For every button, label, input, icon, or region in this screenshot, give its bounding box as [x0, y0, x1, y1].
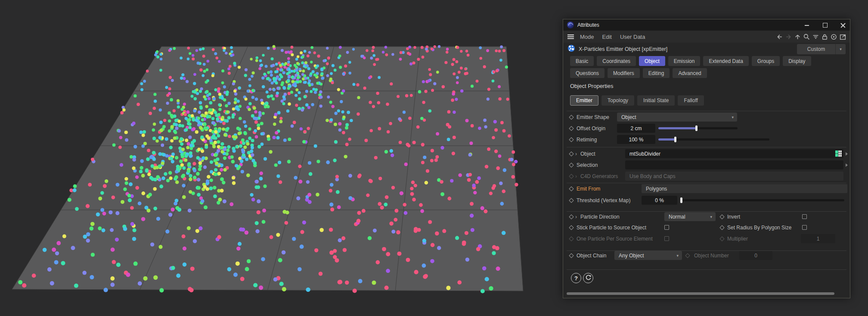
offset-origin-value: 2 cm [630, 125, 642, 131]
threshold-slider[interactable] [681, 196, 844, 205]
keyframe-diamond-icon[interactable] [569, 198, 574, 203]
retiming-label: Retiming [577, 135, 597, 144]
section-title: Object Properties [570, 83, 613, 89]
object-label: Object [580, 149, 595, 159]
subtab-emitter[interactable]: Emitter [570, 95, 598, 106]
window-titlebar[interactable]: Attributes [563, 19, 850, 31]
reset-button[interactable] [583, 273, 593, 283]
subtab-topology[interactable]: Topology [601, 95, 634, 106]
c4d-generators-field: Use Body and Caps [625, 172, 843, 181]
stick-particle-checkbox[interactable] [664, 225, 669, 230]
keyframe-diamond-icon[interactable] [569, 137, 574, 142]
target-icon[interactable] [830, 33, 837, 41]
keyframe-diamond-icon[interactable] [719, 214, 724, 219]
keyframe-diamond-icon[interactable] [569, 186, 574, 191]
set-radius-checkbox[interactable] [802, 225, 807, 230]
row-emit-from: Emit From Polygons [563, 184, 850, 194]
offset-origin-slider[interactable] [658, 124, 738, 133]
forward-arrow-icon[interactable] [785, 33, 792, 41]
menu-bar: Mode Edit User Data [563, 31, 850, 43]
divider [567, 183, 846, 183]
tab-basic[interactable]: Basic [570, 56, 594, 66]
keyframe-diamond-icon [569, 236, 574, 241]
stick-particle-label: Stick Particle to Source Object [577, 223, 646, 232]
row-emitter-shape: Emitter Shape Object [563, 113, 850, 122]
tab-row-2: QuestionsModifiersEditingAdvanced [570, 68, 707, 78]
multiplier-value: 1 [817, 236, 820, 242]
emit-from-value: Polygons [646, 186, 667, 192]
hamburger-menu-icon[interactable] [567, 34, 574, 39]
expander-arrow-icon[interactable]: › [575, 212, 577, 222]
subtab-falloff[interactable]: Falloff [678, 95, 704, 106]
keyframe-diamond-icon[interactable] [569, 151, 574, 156]
emit-from-dropdown[interactable]: Polygons [642, 184, 847, 193]
keyframe-diamond-icon[interactable] [719, 225, 724, 230]
tab-groups[interactable]: Groups [752, 56, 780, 66]
keyframe-diamond-icon[interactable] [569, 163, 574, 167]
tab-emission[interactable]: Emission [668, 56, 701, 66]
one-particle-checkbox [664, 236, 669, 241]
threshold-input[interactable]: 0 % [642, 196, 677, 205]
preset-value: Custom [797, 46, 835, 52]
slider-handle[interactable] [674, 137, 676, 142]
tab-advanced[interactable]: Advanced [673, 68, 707, 78]
offset-origin-input[interactable]: 2 cm [617, 124, 655, 133]
keyframe-diamond-icon [569, 174, 574, 178]
invert-label: Invert [727, 212, 740, 222]
retiming-slider[interactable] [658, 135, 769, 144]
keyframe-diamond-icon[interactable] [569, 214, 574, 219]
horizontal-scrollbar[interactable] [567, 292, 834, 295]
particle-direction-dropdown[interactable]: Normal [664, 212, 716, 221]
c4d-generators-label: C4D Generators [580, 172, 618, 181]
back-arrow-icon[interactable] [776, 33, 783, 41]
menu-mode[interactable]: Mode [580, 34, 594, 40]
retiming-input[interactable]: 100 % [617, 135, 655, 144]
emitter-shape-dropdown[interactable]: Object [617, 113, 737, 122]
keyframe-diamond-icon[interactable] [569, 253, 574, 258]
tab-editing[interactable]: Editing [643, 68, 670, 78]
search-icon[interactable] [803, 33, 810, 41]
tab-coordinates[interactable]: Coordinates [597, 56, 636, 66]
help-button[interactable]: ? [571, 273, 581, 283]
expander-arrow-icon[interactable]: › [575, 149, 577, 159]
keyframe-diamond-icon[interactable] [569, 225, 574, 230]
object-link-grid-icon[interactable] [835, 150, 842, 158]
object-chain-dropdown[interactable]: Any Object [614, 251, 682, 260]
one-particle-label: One Particle Per Source Element [577, 234, 653, 244]
context-menu-arrow-icon[interactable] [846, 152, 848, 156]
offset-origin-label: Offset Origin [577, 124, 605, 133]
object-header: X-Particles Emitter Object [xpEmitter] C… [563, 43, 850, 56]
minimize-button[interactable] [804, 22, 809, 28]
chevron-down-icon[interactable]: ▾ [835, 44, 846, 54]
tab-extended-data[interactable]: Extended Data [703, 56, 748, 66]
keyframe-diamond-icon [719, 236, 724, 241]
refresh-arrow-icon [585, 274, 592, 282]
invert-checkbox[interactable] [802, 214, 807, 219]
context-menu-arrow-icon[interactable] [846, 163, 848, 167]
emitter-shape-label: Emitter Shape [577, 113, 609, 122]
menu-edit[interactable]: Edit [602, 34, 612, 40]
window-title: Attributes [577, 22, 599, 28]
lock-icon[interactable] [821, 33, 828, 41]
tab-object[interactable]: Object [639, 56, 665, 66]
subtab-initial-state[interactable]: Initial State [637, 95, 675, 106]
slider-handle[interactable] [680, 197, 682, 203]
object-link-field[interactable]: mtSubDivider [625, 149, 843, 158]
selection-field[interactable] [625, 160, 843, 169]
keyframe-diamond-icon[interactable] [569, 126, 574, 131]
maximize-button[interactable] [822, 22, 828, 28]
keyframe-diamond-icon[interactable] [569, 115, 574, 119]
emit-from-label: Emit From [577, 184, 600, 194]
slider-handle[interactable] [695, 125, 698, 131]
popout-icon[interactable] [839, 33, 846, 41]
menu-user-data[interactable]: User Data [620, 34, 645, 40]
threshold-label: Threshold (Vertex Map) [577, 196, 630, 205]
up-arrow-icon[interactable] [794, 33, 801, 41]
set-radius-label: Set Radius By Polygon Size [727, 223, 791, 232]
close-button[interactable] [840, 22, 846, 28]
filter-icon[interactable] [812, 33, 819, 41]
tab-modifiers[interactable]: Modifiers [608, 68, 640, 78]
tab-display[interactable]: Display [783, 56, 811, 66]
tab-questions[interactable]: Questions [570, 68, 604, 78]
preset-dropdown[interactable]: Custom ▾ [797, 44, 846, 54]
